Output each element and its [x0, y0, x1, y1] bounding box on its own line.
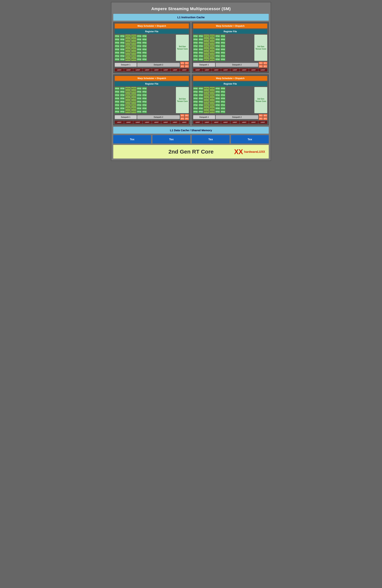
fp32-cell: FP32 [115, 35, 120, 38]
warp-scheduler-tl: Warp Scheduler + Dispatch [115, 23, 189, 28]
datapath1-tl: Datapath 1 [115, 63, 137, 67]
fp32-cell: FP32 [115, 45, 120, 47]
fp-col-2: FP32 FP32 FP32 FP32 FP32 FP32 FP32 FP32 [120, 35, 125, 61]
fp32-cell: FP32 [137, 94, 142, 97]
ldst-cell: LD/ST [115, 121, 124, 124]
fp32-cell: FP32 [199, 110, 203, 113]
ldst-cell: LD/ST [240, 121, 249, 124]
fp32-cell: FP32 [115, 90, 120, 93]
fp32-cell: FP32 [120, 94, 125, 97]
fp32-cell: FP32 [193, 107, 198, 110]
sfu-cell: SFU [259, 114, 263, 117]
sfu-row: SFU SFU [259, 114, 267, 117]
fp32-cell: FP32 [193, 58, 198, 61]
fp32-cell: FP32 [137, 110, 142, 113]
sfu-cell: SFU [263, 117, 267, 120]
fp32-cell: FP32 [215, 38, 220, 41]
ldst-cell: LD/ST [221, 121, 230, 124]
fp32-cell: FP32 [215, 58, 220, 61]
int32-cell: INT32 [125, 51, 131, 54]
int32-cell: INT32 [131, 55, 137, 58]
int32-cell: INT32 [125, 58, 131, 61]
sfu-cell: SFU [185, 117, 189, 120]
ldst-row-br: LD/ST LD/ST LD/ST LD/ST LD/ST LD/ST LD/S… [193, 121, 267, 124]
int32-cell: INT32 [204, 35, 209, 38]
ldst-cell: LD/ST [230, 121, 240, 124]
fp32-cell: FP32 [137, 104, 142, 106]
l1-data-cache: L1 Data Cache / Shared Memory [113, 127, 269, 134]
fp32-cell: FP32 [193, 97, 198, 100]
int32-cell: INT32 [131, 100, 137, 103]
fp32-cell: FP32 [142, 58, 147, 61]
sfu-row: SFU SFU [259, 117, 267, 120]
register-file-bl: Register File [115, 82, 189, 86]
fp32-cell: FP32 [193, 48, 198, 51]
fp32-cell: FP32 [137, 45, 142, 47]
sfu-cell: SFU [180, 114, 184, 117]
register-file-br: Register File [193, 82, 267, 86]
fp32-cell: FP32 [115, 94, 120, 97]
fp32-cell: FP32 [142, 100, 147, 103]
int32-cell: INT32 [204, 94, 209, 97]
fp-col: FP32 FP32 FP32 FP32 FP32 FP32 FP32 FP32 [193, 35, 198, 61]
sfu-cell: SFU [185, 114, 189, 117]
datapath1-tr: Datapath 1 [193, 63, 215, 67]
int32-cell: INT32 [204, 58, 209, 61]
fp32-cell: FP32 [120, 107, 125, 110]
int32-cell: INT32 [204, 41, 209, 44]
int32-cell: INT32 [125, 35, 131, 38]
fp32-cell: FP32 [193, 51, 198, 54]
int32-cell: INT32 [125, 38, 131, 41]
fp32-cell: FP32 [115, 104, 120, 106]
ldst-cell: LD/ST [143, 68, 152, 71]
fp-col-3: FP32 FP32 FP32 FP32 FP32 FP32 FP32 FP32 [137, 35, 142, 61]
fp32-cell: FP32 [193, 41, 198, 44]
fp32-cell: FP32 [221, 97, 225, 100]
ldst-cell: LD/ST [212, 68, 221, 71]
fp32-cell: FP32 [199, 107, 203, 110]
bottom-quadrants-row: Warp Scheduler + Dispatch Register File … [113, 74, 269, 125]
int-col-2: INT32 INT32 INT32 INT32 INT32 INT32 INT3… [131, 35, 137, 61]
int32-cell: INT32 [210, 48, 215, 51]
tensor-core-tr: 3rd GenTensor Core [254, 35, 267, 61]
fp32-cell: FP32 [199, 58, 203, 61]
fp32-cell: FP32 [199, 104, 203, 106]
sfu-cell: SFU [180, 117, 184, 120]
sfu-cell: SFU [259, 62, 263, 64]
ldst-cell: LD/ST [152, 68, 161, 71]
int32-cell: INT32 [131, 41, 137, 44]
fp32-cell: FP32 [142, 38, 147, 41]
brand-name: hardwareLUXX [244, 150, 265, 153]
compute-area-br: FP32 FP32 FP32 FP32 FP32 FP32 FP32 FP32 … [193, 87, 267, 113]
datapath-row-bl: Datapath 1 Datapath 2 SFU SFU SFU SFU [115, 114, 189, 120]
fp32-cell: FP32 [120, 58, 125, 61]
fp32-cell: FP32 [120, 35, 125, 38]
fp-col: FP32 FP32 FP32 FP32 FP32 FP32 FP32 FP32 [215, 35, 220, 61]
int32-cell: INT32 [204, 87, 209, 90]
sfu-row: SFU SFU [180, 117, 189, 120]
int32-cell: INT32 [131, 51, 137, 54]
datapath1-bl: Datapath 1 [115, 115, 137, 119]
fp-col: FP32 FP32 FP32 FP32 FP32 FP32 FP32 FP32 [221, 35, 225, 61]
int32-cell: INT32 [210, 58, 215, 61]
ldst-cell: LD/ST [143, 121, 152, 124]
fp32-cell: FP32 [115, 41, 120, 44]
int32-cell: INT32 [125, 94, 131, 97]
fp32-cell: FP32 [120, 41, 125, 44]
ldst-cell: LD/ST [152, 121, 161, 124]
tex-block-3: Tex [192, 135, 229, 143]
int32-cell: INT32 [125, 100, 131, 103]
ldst-cell: LD/ST [124, 68, 133, 71]
int32-cell: INT32 [131, 94, 137, 97]
fp32-cell: FP32 [142, 94, 147, 97]
fp32-cell: FP32 [221, 90, 225, 93]
int32-cell: INT32 [131, 104, 137, 106]
fp32-cell: FP32 [215, 100, 220, 103]
int32-cell: INT32 [125, 55, 131, 58]
diagram: Ampere Streaming Multiprocessor (SM) L1 … [111, 2, 271, 161]
datapath2-br: Datapath 2 [216, 115, 258, 119]
fp32-cell: FP32 [193, 55, 198, 58]
brand-accent: LUXX [257, 150, 265, 153]
datapath2-tr: Datapath 2 [216, 63, 258, 67]
fp32-cell: FP32 [142, 110, 147, 113]
